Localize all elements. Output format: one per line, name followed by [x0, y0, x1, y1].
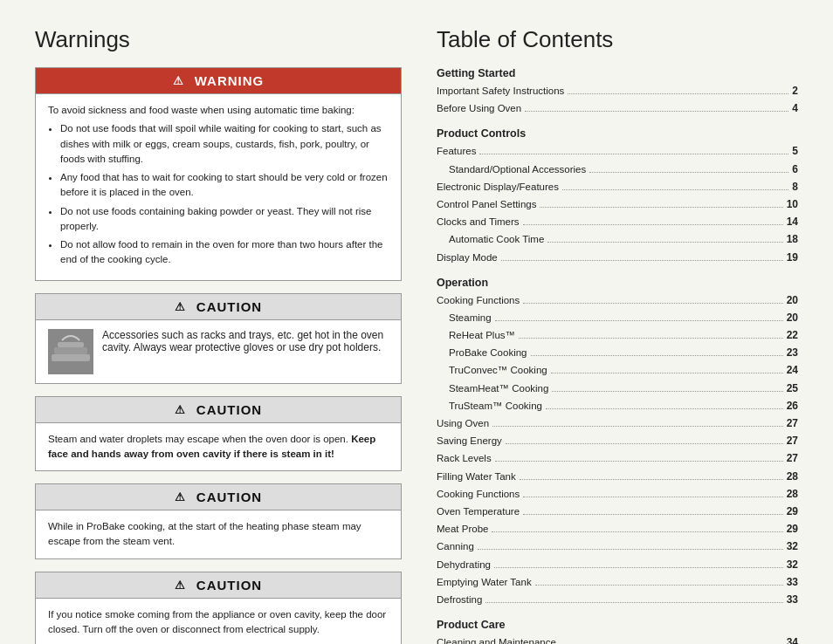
toc-dots [479, 154, 788, 154]
toc-entry-cleaning: Cleaning and Maintenance 34 [437, 634, 798, 644]
toc-page: 20 [787, 292, 798, 309]
caution-label-4: CAUTION [196, 578, 262, 593]
toc-section-getting-started: Getting Started Important Safety Instruc… [437, 67, 798, 117]
caution-text-4: If you notice smoke coming from the appl… [48, 607, 389, 638]
toc-dots [547, 242, 782, 243]
toc-label: ProBake Cooking [449, 345, 527, 360]
toc-page: 29 [787, 521, 798, 538]
caution-image [48, 329, 93, 374]
toc-entry-accessories: Standard/Optional Accessories 6 [437, 161, 798, 178]
toc-dots [492, 531, 782, 532]
toc-label: Emptying Water Tank [437, 574, 532, 590]
toc-label: Standard/Optional Accessories [449, 161, 586, 177]
toc-label: ReHeat Plus™ [449, 327, 515, 343]
toc-entry-cooking-functions2: Cooking Functions 28 [437, 486, 798, 503]
toc-entry-clocks: Clocks and Timers 14 [437, 214, 798, 230]
toc-page: 24 [787, 362, 798, 379]
toc-label: Control Panel Settings [437, 196, 536, 212]
toc-title: Table of Contents [437, 26, 798, 53]
toc-page: 33 [787, 592, 798, 608]
toc-dots [523, 224, 783, 225]
toc-entry-rack-levels: Rack Levels 27 [437, 450, 798, 467]
svg-rect-1 [52, 354, 90, 361]
toc-label: Cooking Functions [437, 292, 520, 308]
toc-page: 23 [787, 345, 798, 361]
toc-page: 8 [792, 179, 798, 195]
caution-header-3: ⚠ CAUTION [36, 484, 401, 510]
toc-dots [478, 549, 783, 550]
toc-dots [546, 408, 783, 409]
warning-content: To avoid sickness and food waste when us… [36, 94, 401, 280]
caution-text-1: Accessories such as racks and trays, etc… [102, 329, 389, 353]
toc-label: Electronic Display/Features [437, 179, 559, 195]
toc-page: 25 [787, 380, 798, 397]
toc-page: 19 [787, 250, 798, 266]
toc-page: 26 [787, 398, 798, 414]
toc-page: 28 [787, 469, 798, 485]
toc-entry-truconvec: TruConvec™ Cooking 24 [437, 362, 798, 379]
toc-dots [552, 391, 782, 392]
warning-bullet-3: Do not use foods containing baking powde… [60, 204, 389, 235]
toc-section-product-care: Product Care Cleaning and Maintenance 34… [437, 619, 798, 644]
caution-header-2: ⚠ CAUTION [36, 397, 401, 423]
toc-label: Steaming [449, 310, 492, 325]
caution-box-1: ⚠ CAUTION Accessories such as racks and … [35, 293, 402, 384]
toc-entry-steaming: Steaming 20 [437, 310, 798, 326]
toc-section-title-2: Product Controls [437, 127, 798, 140]
warning-bullet-1: Do not use foods that will spoil while w… [60, 121, 389, 167]
toc-page: 27 [787, 433, 798, 449]
caution-label-2: CAUTION [196, 402, 262, 417]
toc-entry-control-panel: Control Panel Settings 10 [437, 196, 798, 213]
toc-dots [589, 172, 788, 173]
toc-section-operation: Operation Cooking Functions 20 Steaming … [437, 277, 798, 608]
toc-dots [501, 260, 783, 261]
toc-dots [535, 585, 783, 586]
toc-dots [540, 207, 782, 208]
toc-page: 32 [787, 538, 798, 555]
toc-entry-using-oven: Using Oven 27 [437, 415, 798, 432]
toc-entry-steamheat: SteamHeat™ Cooking 25 [437, 380, 798, 397]
toc-dots [485, 602, 782, 603]
toc-dots [506, 443, 783, 444]
toc-label: Cooking Functions [437, 486, 520, 502]
toc-dots [519, 338, 783, 339]
toc-section-product-controls: Product Controls Features 5 Standard/Opt… [437, 127, 798, 265]
toc-page: 10 [787, 196, 798, 213]
toc-page: 14 [787, 214, 798, 230]
caution-content-2: Steam and water droplets may escape when… [36, 423, 401, 471]
toc-dots [523, 497, 782, 497]
toc-entry-canning: Canning 32 [437, 538, 798, 555]
toc-page: 18 [787, 231, 798, 248]
toc-label: TruConvec™ Cooking [449, 362, 547, 378]
toc-entry-probake: ProBake Cooking 23 [437, 345, 798, 361]
toc-entry-trusteam: TruSteam™ Cooking 26 [437, 398, 798, 414]
toc-label: Important Safety Instructions [437, 83, 564, 99]
toc-label: Filling Water Tank [437, 469, 516, 484]
toc-section-title-4: Product Care [437, 619, 798, 631]
toc-label: Canning [437, 538, 474, 554]
caution-label-3: CAUTION [196, 490, 262, 504]
toc-entry-auto-cook: Automatic Cook Time 18 [437, 231, 798, 248]
toc-label: Features [437, 143, 476, 159]
toc-dots [495, 320, 783, 321]
toc-label: Before Using Oven [437, 100, 521, 116]
toc-dots [525, 111, 788, 112]
toc-entry-cooking-functions: Cooking Functions 20 [437, 292, 798, 309]
toc-entry-safety: Important Safety Instructions 2 [437, 83, 798, 99]
toc-dots [492, 426, 783, 427]
toc-label: Dehydrating [437, 557, 491, 572]
toc-page: 20 [787, 310, 798, 326]
warnings-title: Warnings [35, 26, 402, 53]
toc-dots [568, 93, 788, 94]
toc-entry-emptying-water: Emptying Water Tank 33 [437, 574, 798, 591]
toc-page: 4 [792, 100, 798, 117]
caution-label-1: CAUTION [196, 299, 262, 314]
caution-triangle-icon-4: ⚠ [175, 579, 186, 592]
toc-dots [551, 373, 783, 373]
toc-label: Meat Probe [437, 521, 488, 537]
toc-column: Table of Contents Getting Started Import… [437, 26, 798, 644]
toc-page: 33 [787, 574, 798, 591]
warnings-column: Warnings ⚠ WARNING To avoid sickness and… [35, 26, 402, 644]
toc-dots [562, 189, 788, 190]
toc-dots [495, 461, 783, 462]
